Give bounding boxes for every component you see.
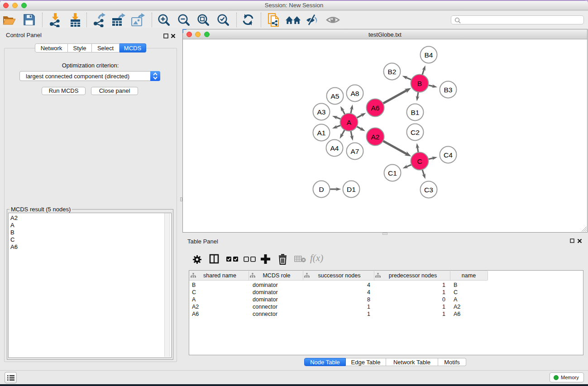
svg-text:A5: A5 <box>331 92 339 100</box>
svg-text:B: B <box>417 80 422 87</box>
svg-text:D: D <box>319 186 324 193</box>
svg-text:A1: A1 <box>317 129 326 137</box>
svg-text:D1: D1 <box>347 186 356 193</box>
svg-text:B4: B4 <box>425 51 433 59</box>
svg-text:A8: A8 <box>351 90 359 97</box>
svg-text:B3: B3 <box>444 86 453 94</box>
svg-text:C2: C2 <box>411 129 420 136</box>
svg-text:A2: A2 <box>371 133 380 141</box>
svg-text:A6: A6 <box>371 104 380 112</box>
svg-text:A: A <box>347 119 352 126</box>
svg-text:C1: C1 <box>388 169 397 177</box>
svg-text:A7: A7 <box>351 148 359 155</box>
svg-text:C: C <box>417 157 422 165</box>
svg-text:B2: B2 <box>388 68 397 76</box>
svg-text:A4: A4 <box>330 144 339 152</box>
svg-text:C3: C3 <box>424 186 433 194</box>
svg-text:C4: C4 <box>444 151 453 159</box>
svg-text:B1: B1 <box>411 109 420 116</box>
svg-text:A3: A3 <box>317 108 326 116</box>
